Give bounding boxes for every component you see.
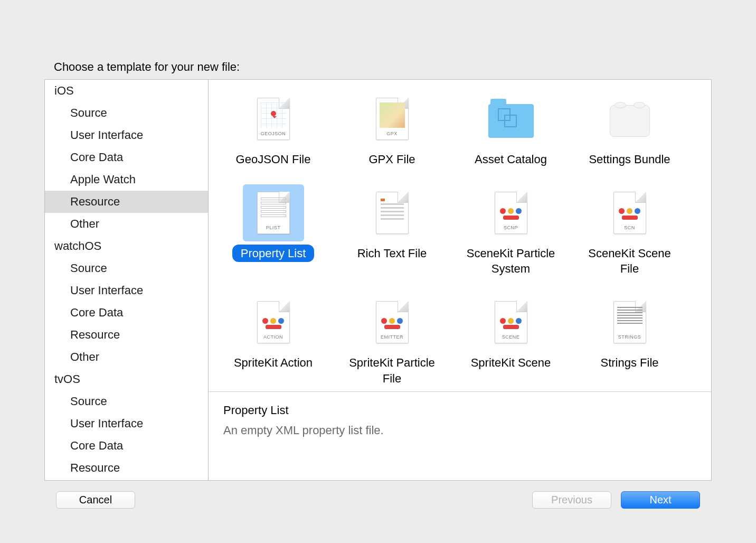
- category-core-data[interactable]: Core Data: [45, 146, 208, 168]
- category-other[interactable]: Other: [45, 346, 208, 368]
- category-other[interactable]: Other: [45, 213, 208, 235]
- platform-watchos[interactable]: watchOS: [45, 235, 208, 257]
- template-spritekit-particle-file[interactable]: EMITTERSpriteKit Particle File: [333, 294, 451, 387]
- file-icon: EMITTER: [376, 301, 409, 343]
- template-icon: SCNP: [480, 184, 542, 241]
- template-strings-file[interactable]: STRINGSStrings File: [570, 294, 689, 387]
- template-settings-bundle[interactable]: Settings Bundle: [570, 90, 689, 168]
- template-description: Property List An empty XML property list…: [209, 391, 711, 480]
- previous-button[interactable]: Previous: [532, 491, 611, 509]
- template-asset-catalog[interactable]: Asset Catalog: [451, 90, 570, 168]
- template-label: SpriteKit Scene: [462, 354, 560, 372]
- template-icon: SCENE: [480, 294, 542, 351]
- category-core-data[interactable]: Core Data: [45, 302, 208, 324]
- file-icon: SCNP: [495, 192, 527, 234]
- category-core-data[interactable]: Core Data: [45, 435, 208, 457]
- template-label: SceneKit Particle System: [451, 245, 570, 278]
- template-label: Asset Catalog: [466, 151, 555, 168]
- template-icon: [599, 90, 660, 147]
- file-icon: [376, 192, 409, 234]
- main-panel: GEOJSONGeoJSON FileGPXGPX FileAsset Cata…: [208, 79, 712, 481]
- template-gpx-file[interactable]: GPXGPX File: [333, 90, 451, 168]
- category-source[interactable]: Source: [45, 257, 208, 279]
- template-scenekit-scene-file[interactable]: SCNSceneKit Scene File: [570, 184, 689, 278]
- platform-tvos[interactable]: tvOS: [45, 368, 208, 390]
- template-label: Settings Bundle: [580, 151, 678, 168]
- category-sidebar[interactable]: iOSSourceUser InterfaceCore DataApple Wa…: [44, 79, 208, 481]
- content-area: iOSSourceUser InterfaceCore DataApple Wa…: [43, 79, 713, 481]
- category-resource[interactable]: Resource: [45, 457, 208, 479]
- template-icon: STRINGS: [599, 294, 660, 351]
- category-user-interface[interactable]: User Interface: [45, 279, 208, 302]
- file-icon: ACTION: [257, 301, 290, 343]
- file-icon: GEOJSON: [257, 98, 290, 140]
- template-label: Rich Text File: [349, 245, 436, 263]
- template-grid: GEOJSONGeoJSON FileGPXGPX FileAsset Cata…: [209, 80, 711, 391]
- category-user-interface[interactable]: User Interface: [45, 124, 208, 146]
- category-user-interface[interactable]: User Interface: [45, 413, 208, 435]
- template-label: Property List: [232, 245, 315, 263]
- template-spritekit-action[interactable]: ACTIONSpriteKit Action: [214, 294, 333, 387]
- template-geojson-file[interactable]: GEOJSONGeoJSON File: [214, 90, 333, 168]
- template-label: GPX File: [360, 151, 423, 168]
- template-icon: GPX: [362, 90, 423, 147]
- file-icon: PLIST: [257, 192, 290, 234]
- template-label: Strings File: [592, 354, 667, 372]
- template-icon: GEOJSON: [243, 90, 304, 147]
- template-spritekit-scene[interactable]: SCENESpriteKit Scene: [451, 294, 570, 387]
- new-file-template-sheet: Choose a template for your new file: iOS…: [43, 53, 713, 522]
- template-icon: [362, 184, 423, 241]
- template-rich-text-file[interactable]: Rich Text File: [333, 184, 451, 278]
- template-label: SpriteKit Particle File: [333, 354, 451, 387]
- template-icon: ACTION: [243, 294, 304, 351]
- platform-ios[interactable]: iOS: [45, 80, 208, 102]
- description-subtitle: An empty XML property list file.: [223, 424, 696, 437]
- category-resource[interactable]: Resource: [45, 191, 208, 213]
- cancel-button[interactable]: Cancel: [56, 491, 135, 509]
- category-source[interactable]: Source: [45, 390, 208, 413]
- footer-buttons: Cancel Previous Next: [43, 481, 713, 522]
- sheet-title: Choose a template for your new file:: [43, 53, 713, 79]
- template-icon: PLIST: [243, 184, 304, 241]
- description-title: Property List: [223, 404, 696, 417]
- category-resource[interactable]: Resource: [45, 324, 208, 346]
- template-label: SpriteKit Action: [225, 354, 321, 372]
- bundle-icon: [610, 105, 650, 137]
- template-label: SceneKit Scene File: [570, 245, 689, 278]
- template-label: GeoJSON File: [228, 151, 319, 168]
- category-source[interactable]: Source: [45, 102, 208, 124]
- folder-icon: [488, 104, 534, 138]
- template-icon: [480, 90, 542, 147]
- template-scenekit-particle-system[interactable]: SCNPSceneKit Particle System: [451, 184, 570, 278]
- file-icon: GPX: [376, 98, 409, 140]
- file-icon: SCN: [613, 192, 646, 234]
- next-button[interactable]: Next: [621, 491, 700, 509]
- template-icon: EMITTER: [362, 294, 423, 351]
- template-icon: SCN: [599, 184, 660, 241]
- file-icon: STRINGS: [613, 301, 646, 343]
- template-property-list[interactable]: PLISTProperty List: [214, 184, 333, 278]
- category-apple-watch[interactable]: Apple Watch: [45, 168, 208, 191]
- file-icon: SCENE: [495, 301, 527, 343]
